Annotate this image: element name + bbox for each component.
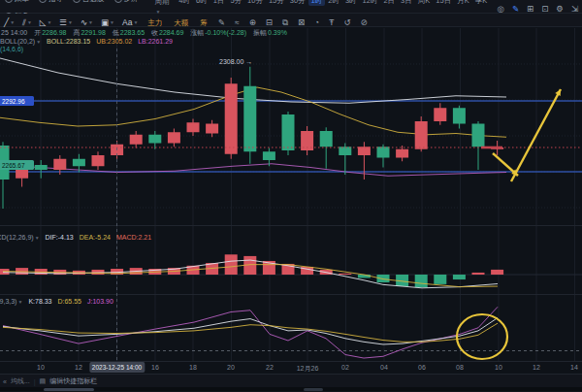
macd-histogram-bar <box>415 275 428 287</box>
scrollbar-handle-2[interactable] <box>304 388 323 391</box>
pro-item[interactable]: 大额 <box>174 18 188 27</box>
menu-item[interactable]: 指导 <box>39 0 63 4</box>
text-style-icon[interactable]: Ŧ <box>329 17 334 27</box>
time-axis-label: 10 <box>37 364 45 371</box>
period-button[interactable]: 10分 <box>244 0 266 6</box>
selected-time-label: 2023-12-25 14:00 <box>89 362 145 373</box>
bottom-left-label[interactable]: 均线... <box>11 376 30 386</box>
boll-mid-value: BOLL:2283.15 <box>47 38 90 45</box>
d-value: D:65.55 <box>57 298 81 305</box>
trash-icon[interactable]: ⊘ <box>361 17 368 27</box>
price-tag-text: 2292.96 <box>2 98 25 105</box>
rect-tool[interactable]: ▣▼ <box>101 17 114 27</box>
change-value: -0.10%(-2.28) <box>205 29 246 36</box>
ohlc-readout: 25 14:00 开2286.98 高2291.98 低2283.65 收228… <box>1 28 287 38</box>
period-button[interactable]: 2时 <box>325 0 342 6</box>
time-axis-label: 20 <box>227 364 235 371</box>
camera-icon[interactable]: ◎ <box>497 4 503 14</box>
period-button[interactable]: 2日 <box>380 0 398 6</box>
chart-canvas[interactable]: 2292.962265.672308.00 → <box>0 0 582 392</box>
macd-legend: MACD(12,26,9)▼ DIF:-4.13 DEA:-5.24 MACD:… <box>0 234 151 241</box>
collapse-icon[interactable]: « <box>3 378 7 385</box>
delete-shape-icon[interactable]: ⊠ <box>298 17 305 27</box>
copy-icon[interactable]: ⧉ <box>282 17 288 27</box>
period-button[interactable]: 3日 <box>398 0 415 6</box>
menu-item[interactable]: 多屏 <box>114 0 139 4</box>
time-axis[interactable]: 10121618202212月26020406081012142023-12-2… <box>0 362 582 374</box>
lock-icon[interactable]: ⊟ <box>266 17 273 27</box>
period-button[interactable]: 30分 <box>287 0 308 6</box>
period-button[interactable]: 12时 <box>360 0 381 6</box>
period-button[interactable]: 季K <box>472 0 491 6</box>
candle-body <box>187 122 200 132</box>
fullscreen-icon[interactable]: ⇲ <box>571 4 578 14</box>
text-tool[interactable]: Aa▼ <box>122 17 138 27</box>
price-tag-text: 2265.67 <box>2 162 25 169</box>
menu-item[interactable]: 自选股 <box>73 0 105 4</box>
candle-body <box>148 135 161 144</box>
chevron-down-icon: ▼ <box>17 299 22 305</box>
boll-name[interactable]: BOLL(20,2) <box>0 38 35 45</box>
period-button[interactable]: 3时 <box>342 0 360 6</box>
period-button[interactable]: 5分 <box>227 0 244 6</box>
menu-item-icon <box>73 0 81 3</box>
time-axis-label: 08 <box>456 364 464 371</box>
horizontal-lines-tool[interactable]: ☰▼ <box>59 17 73 27</box>
tool-glyph: ∿ <box>81 17 87 27</box>
period-button[interactable]: 15日 <box>433 0 454 6</box>
horizontal-scrollbar[interactable] <box>0 387 582 391</box>
period-button[interactable]: 1日 <box>210 0 228 6</box>
time-axis-label: 14 <box>570 364 578 371</box>
drawing-action-icons: ✎≈⊕⊟⧉⊠◔Ŧ↺⊘ <box>213 12 372 29</box>
time-axis-label: 18 <box>189 364 197 371</box>
menu-item[interactable]: 跟单 <box>5 0 29 4</box>
period-button[interactable]: 15分 <box>266 0 287 6</box>
boll-ub-value: UB:2305.02 <box>96 38 132 45</box>
menu-item-icon <box>5 0 13 3</box>
settings-gear-icon[interactable]: ⚙ <box>556 4 564 14</box>
channel-tool[interactable]: ⫽▼ <box>22 17 32 28</box>
pip-icon[interactable]: ⊡ <box>541 4 548 14</box>
fill-icon[interactable]: ◔ <box>314 17 319 27</box>
wave-tool[interactable]: ∿▼ <box>81 17 93 27</box>
pro-item[interactable]: 主力 <box>147 18 162 27</box>
period-button[interactable]: 4时 <box>176 0 193 6</box>
edit-icon[interactable]: ✎ <box>218 17 225 27</box>
curve-icon[interactable]: ≈ <box>235 17 240 27</box>
menu-item-label: 自选股 <box>82 0 105 4</box>
scrollbar-handle[interactable] <box>44 388 94 391</box>
low-value: 2283.65 <box>120 29 145 36</box>
candle-body <box>73 159 85 167</box>
tool-glyph: ▣ <box>101 17 109 27</box>
period-button[interactable]: 1时 <box>308 0 326 6</box>
pro-item[interactable]: 筹 <box>200 18 208 27</box>
magnet-icon[interactable]: ⊕ <box>249 17 256 27</box>
candle-body <box>415 121 428 149</box>
candle-body <box>339 147 351 155</box>
candle-body <box>53 159 66 170</box>
period-button[interactable]: 月K <box>454 0 472 6</box>
undo-icon[interactable]: ↺ <box>343 17 350 27</box>
trend-line-tool[interactable]: ╱▼ <box>4 17 15 27</box>
time-axis-label: 16 <box>151 364 159 371</box>
candle-body <box>168 132 180 143</box>
period-button[interactable]: 6时 <box>193 0 210 6</box>
draw-icon[interactable]: ✎ <box>512 4 519 14</box>
k-line <box>3 318 498 344</box>
menu-item-label: 指导 <box>48 0 63 4</box>
bottom-bar: « 均线... | ▤ 编辑快捷指标栏 <box>0 374 582 392</box>
drawing-tools: ╱▼⫽▼◺▼☰▼∿▼▣▼Aa▼ <box>0 12 142 29</box>
time-axis-label: 22 <box>266 364 274 371</box>
macd-name[interactable]: MACD(12,26,9) <box>0 234 34 241</box>
kdj-name[interactable]: KDJ(9,3,3) <box>0 298 16 305</box>
edit-indicator-bar-button[interactable]: 编辑快捷指标栏 <box>49 376 97 386</box>
macd-histogram-bar <box>491 270 503 275</box>
drawn-circle-annotation <box>457 314 507 359</box>
kdj-legend: KDJ(9,3,3)▼ K:78.33 D:65.55 J:103.90 <box>0 298 113 305</box>
triangle-tool[interactable]: ◺▼ <box>40 17 52 27</box>
time-axis-label: 06 <box>418 364 426 371</box>
menu-item-icon <box>114 0 122 3</box>
multi-window-icon[interactable]: ⊞ <box>527 4 534 14</box>
chevron-down-icon: ▼ <box>88 19 93 25</box>
period-button[interactable]: 周K <box>415 0 434 6</box>
